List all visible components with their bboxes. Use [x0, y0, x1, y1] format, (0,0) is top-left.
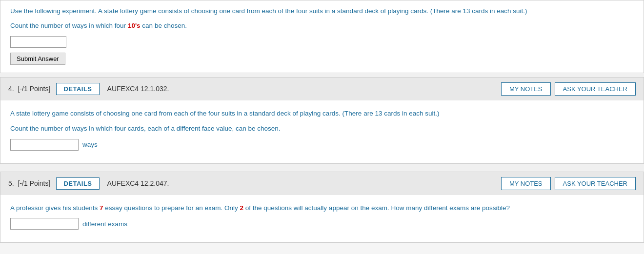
top-question-section: Use the following experiment. A state lo…	[0, 0, 644, 73]
page-wrapper: Use the following experiment. A state lo…	[0, 0, 644, 243]
q5-text-mid: essay questions to prepare for an exam. …	[103, 204, 240, 212]
q5-highlight2: 2	[240, 204, 244, 212]
question4-body: A state lottery game consists of choosin…	[0, 100, 644, 164]
q4-points: [-/1 Points]	[18, 85, 50, 93]
question4-details-button[interactable]: DETAILS	[56, 83, 99, 95]
question4-answer-suffix: ways	[82, 141, 98, 148]
q5-text-end: of the questions will actually appear on…	[243, 204, 510, 212]
question5-header-right: MY NOTES ASK YOUR TEACHER	[501, 177, 636, 190]
question5-answer-suffix: different exams	[82, 220, 127, 228]
question5-details-button[interactable]: DETAILS	[56, 177, 99, 190]
submit-answer-button[interactable]: Submit Answer	[10, 53, 65, 65]
top-question-text2: Count the number of ways in which four 1…	[10, 21, 634, 31]
question5-code: AUFEXC4 12.2.047.	[107, 179, 501, 187]
q5-num: 5.	[8, 179, 14, 187]
question4-answer-input[interactable]	[10, 139, 79, 151]
top-text1-content: Use the following experiment. A state lo…	[10, 7, 527, 15]
question5-my-notes-button[interactable]: MY NOTES	[501, 177, 551, 190]
question4-answer-row: ways	[10, 139, 634, 151]
top-text2-end: can be chosen.	[141, 22, 187, 29]
top-highlight: 10's	[128, 22, 141, 29]
question4-ask-teacher-button[interactable]: ASK YOUR TEACHER	[555, 82, 636, 96]
question4-body-text2: Count the number of ways in which four c…	[10, 123, 634, 134]
q4-num: 4.	[8, 85, 14, 93]
question4-code: AUFEXC4 12.1.032.	[107, 85, 501, 93]
question5-body: A professor gives his students 7 essay q…	[0, 195, 644, 243]
q5-points: [-/1 Points]	[18, 179, 50, 187]
q5-highlight1: 7	[100, 204, 103, 212]
question5-answer-input[interactable]	[10, 218, 79, 230]
top-question-text1: Use the following experiment. A state lo…	[10, 6, 634, 16]
top-answer-input[interactable]	[10, 36, 66, 48]
question5-header: 5. [-/1 Points] DETAILS AUFEXC4 12.2.047…	[0, 172, 644, 195]
question4-number: 4. [-/1 Points]	[8, 85, 50, 93]
top-text2-pre: Count the number of ways in which four	[10, 22, 128, 29]
q5-text-pre: A professor gives his students	[10, 204, 100, 212]
question4-my-notes-button[interactable]: MY NOTES	[501, 82, 551, 96]
question5-number: 5. [-/1 Points]	[8, 179, 50, 187]
question5-body-text: A professor gives his students 7 essay q…	[10, 203, 634, 214]
question4-body-text1: A state lottery game consists of choosin…	[10, 108, 634, 119]
question5-ask-teacher-button[interactable]: ASK YOUR TEACHER	[555, 177, 636, 190]
question5-answer-row: different exams	[10, 218, 634, 230]
question4-header: 4. [-/1 Points] DETAILS AUFEXC4 12.1.032…	[0, 77, 644, 100]
question4-header-right: MY NOTES ASK YOUR TEACHER	[501, 82, 636, 96]
